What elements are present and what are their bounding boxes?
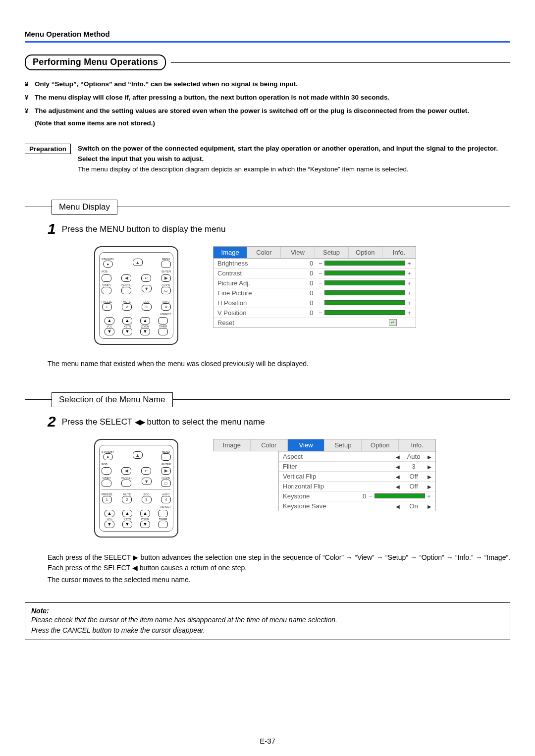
num3-button: 3 (142, 303, 152, 311)
step1-caption: The menu name that existed when the menu… (48, 360, 510, 368)
tab-color: Color (251, 439, 288, 451)
bar-lead (25, 399, 52, 400)
osd-row: Filter3 (279, 461, 435, 471)
slider: −+ (318, 309, 412, 317)
step2-caption1: Each press of the SELECT ▶ button advanc… (48, 552, 510, 574)
slider: −+ (318, 279, 412, 287)
osd-label: Fine Picture (217, 289, 303, 297)
btn-label: RGB (102, 463, 107, 466)
note-line1: Please check that the cursor of the item… (31, 615, 504, 625)
slider: −+ (318, 299, 412, 307)
btn-label: AUTO (162, 493, 169, 496)
btn-label: ENTER (161, 270, 171, 273)
remote-inner: STANDBY● ▲ MENU RGB ENTER ◀ ↵ ▶ VIDEO CA… (99, 252, 173, 339)
page-header: Menu Operation Method (25, 30, 510, 38)
standby-button: ● (103, 453, 113, 460)
btn-label: TIMER (159, 325, 167, 328)
figure-row-1: STANDBY● ▲ MENU RGB ENTER ◀ ↵ ▶ VIDEO CA… (94, 246, 510, 345)
timer-button (158, 521, 168, 528)
btn-label: KSTN (124, 518, 131, 521)
kstn-up: ▲ (122, 317, 132, 324)
right-button: ▶ (161, 467, 171, 475)
osd-label: H Position (217, 299, 303, 307)
tab-color: Color (247, 247, 281, 258)
btn-label: QUICK (161, 284, 170, 287)
osd-label: Keystone (283, 492, 353, 500)
bullet-glyph: ¥ (25, 79, 32, 90)
down-button: ▼ (142, 285, 152, 292)
zoom-down: ▼ (140, 521, 150, 528)
left-button: ◀ (121, 274, 131, 282)
enter-button: ↵ (141, 274, 151, 282)
btn-label: KSTN (124, 325, 131, 328)
figure-row-2: STANDBY● ▲ MENU RGB ENTER ◀ ↵ ▶ VIDEO CA… (94, 439, 510, 538)
osd-row: Picture Adj.0−+ (214, 278, 416, 288)
btn-label: MUTE (123, 300, 131, 303)
header-rule (25, 41, 510, 43)
tab-info: Info. (399, 439, 435, 451)
preparation-label: Preparation (25, 144, 71, 154)
left-arrow-icon (396, 502, 400, 510)
left-button: ◀ (121, 467, 131, 475)
vol-down: ▼ (105, 328, 114, 335)
zoom-down: ▼ (140, 328, 150, 335)
bar-lead (25, 207, 52, 207)
down-button: ▼ (142, 478, 152, 485)
osd-row: Horizontal FlipOff (279, 481, 435, 491)
cancel-button (121, 480, 131, 487)
num3-button: 3 (142, 496, 152, 503)
preparation-row: Preparation Switch on the power of the c… (25, 144, 510, 175)
note-item: ¥The adjustment and the setting values a… (25, 106, 510, 116)
btn-label: ENTER (161, 463, 171, 466)
step2-number: 2 (48, 414, 56, 429)
step2-row: 2 Press the SELECT ◀▶ button to select t… (48, 414, 510, 429)
btn-label: ECO (144, 300, 150, 303)
note-text: The menu display will close if, after pr… (35, 93, 389, 103)
step1-row: 1 Press the MENU button to display the m… (48, 221, 510, 236)
num2-button: 2 (122, 496, 132, 503)
btn-label: ASPECT (160, 313, 171, 316)
notes-list: ¥Only “Setup”, “Options” and “Info.” can… (25, 79, 510, 116)
osd-value: 0 (306, 299, 315, 307)
osd-label: Horizontal Flip (283, 483, 394, 490)
right-arrow-icon (428, 473, 431, 480)
osd-label: V Position (217, 309, 303, 317)
osd-value: Off (402, 483, 426, 490)
btn-label: RGB (102, 270, 107, 273)
left-arrow-icon (396, 463, 400, 470)
btn-label: VOL (107, 518, 112, 521)
osd-value: 3 (402, 463, 426, 470)
tab-info: Info. (382, 247, 416, 258)
up-button: ▲ (133, 451, 143, 459)
osd-row: H Position0−+ (214, 298, 416, 308)
cancel-button (121, 287, 131, 294)
btn-label: VIDEO (102, 477, 110, 480)
tab-view: View (281, 247, 315, 258)
aspect-button (158, 317, 168, 324)
osd-row: AspectAuto (279, 451, 435, 461)
btn-label: ECO (144, 493, 150, 496)
num1-button: 1 (102, 496, 112, 503)
bar-trail (173, 399, 510, 400)
aspect-button (158, 510, 168, 517)
num4-button: 4 (161, 303, 171, 311)
osd-value: 0 (306, 289, 315, 297)
osd-label: Keystone Save (283, 502, 394, 510)
osd-label: Picture Adj. (217, 279, 303, 287)
osd-value: 0 (306, 279, 315, 287)
kstn-up: ▲ (122, 510, 132, 517)
num4-button: 4 (161, 496, 171, 503)
right-button: ▶ (161, 274, 171, 282)
osd-row: V Position0−+ (214, 308, 416, 318)
osd-value: Off (402, 473, 426, 480)
vol-up: ▲ (105, 510, 114, 517)
step2-text-a: Press the SELECT (62, 417, 135, 427)
remote-inner: STANDBY● ▲ MENU RGB ENTER ◀ ↵ ▶ VIDEO CA… (99, 445, 173, 532)
btn-label: FREEZE (102, 300, 112, 303)
btn-label: MUTE (123, 493, 131, 496)
zoom-up: ▲ (140, 510, 150, 517)
note-title: Note: (31, 607, 504, 615)
btn-label: QUICK (161, 477, 170, 480)
reset-icon: ↵ (389, 319, 397, 326)
left-arrow-icon (396, 473, 400, 480)
